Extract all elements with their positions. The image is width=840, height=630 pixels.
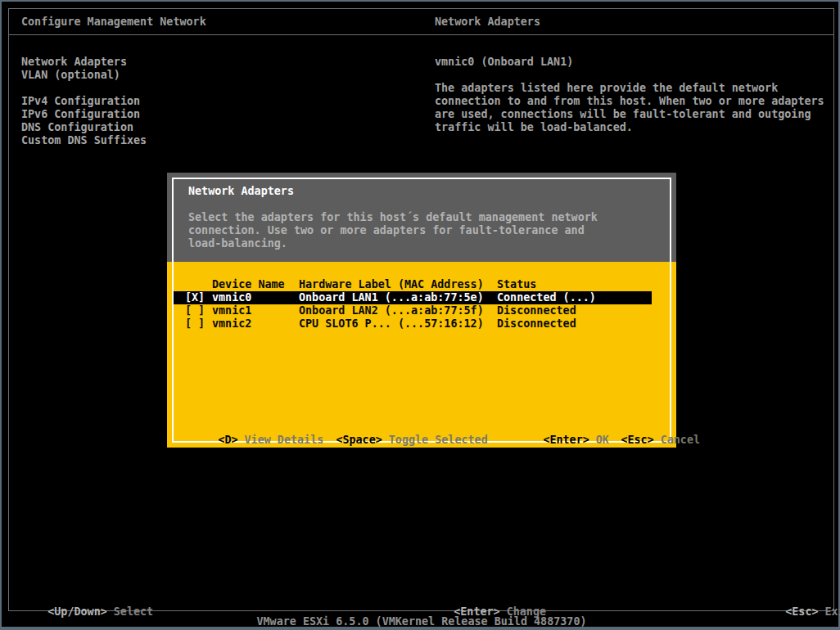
version-text: VMware ESXi 6.5.0 (VMKernel Release Buil… xyxy=(2,615,840,628)
esxi-dcui: { "header": { "left_title": "Configure M… xyxy=(0,0,840,630)
info-description-line: connection to and from this host. When t… xyxy=(435,95,824,108)
checkbox-vmnic2[interactable]: [ ] xyxy=(185,317,205,331)
table-row-vmnic0[interactable]: [X] vmnic0 Onboard LAN1 (...a:ab:77:5e) … xyxy=(174,291,652,304)
dialog-description-line: load-balancing. xyxy=(188,237,287,250)
column-header-device-name: Device Name xyxy=(212,278,285,291)
checkbox-vmnic1[interactable]: [ ] xyxy=(185,304,205,317)
column-header-status: Status xyxy=(497,278,536,291)
status-cell: Disconnected xyxy=(497,304,576,317)
key-d: <D> xyxy=(218,434,237,446)
menu-item-vlan[interactable]: VLAN (optional) xyxy=(21,69,120,82)
device-name-cell: vmnic0 xyxy=(212,291,251,304)
device-name-cell: vmnic1 xyxy=(212,304,251,317)
menu-item-dns-configuration[interactable]: DNS Configuration xyxy=(21,121,133,134)
menu-item-network-adapters[interactable]: Network Adapters xyxy=(21,56,127,69)
hint-cancel: <Esc>Cancel xyxy=(581,421,700,460)
info-description-line: The adapters listed here provide the def… xyxy=(435,82,778,95)
network-adapters-dialog: Network Adapters Select the adapters for… xyxy=(167,173,676,448)
key-space: <Space> xyxy=(336,434,382,446)
table-row-vmnic1[interactable]: [ ] vmnic1 Onboard LAN2 (...a:ab:77:5f) … xyxy=(174,304,652,317)
dialog-title: Network Adapters xyxy=(188,185,294,198)
table-row-vmnic2[interactable]: [ ] vmnic2 CPU SLOT6 P... (...57:16:12) … xyxy=(174,317,652,331)
info-adapter-title: vmnic0 (Onboard LAN1) xyxy=(435,56,573,69)
status-cell: Connected (...) xyxy=(497,291,596,304)
hardware-label-cell: Onboard LAN1 (...a:ab:77:5e) xyxy=(299,291,484,304)
checkbox-vmnic0[interactable]: [X] xyxy=(185,291,205,304)
hint-label: Cancel xyxy=(661,434,700,446)
status-cell: Disconnected xyxy=(497,317,576,331)
section-title: Network Adapters xyxy=(435,16,540,29)
hint-toggle-selected: <Space>Toggle Selected xyxy=(296,421,488,460)
key-esc: <Esc> xyxy=(621,434,653,446)
dialog-description-line: Select the adapters for this host´s defa… xyxy=(188,211,598,224)
page-title: Configure Management Network xyxy=(21,16,206,29)
menu-item-custom-dns-suffixes[interactable]: Custom DNS Suffixes xyxy=(21,134,147,147)
info-description-line: are used, connections will be fault-tole… xyxy=(435,108,811,121)
dialog-description-line: connection. Use two or more adapters for… xyxy=(188,224,585,237)
hardware-label-cell: CPU SLOT6 P... (...57:16:12) xyxy=(299,317,484,331)
hardware-label-cell: Onboard LAN2 (...a:ab:77:5f) xyxy=(299,304,484,317)
column-header-hardware-label: Hardware Label (MAC Address) xyxy=(299,278,484,291)
info-description-line: traffic will be load-balanced. xyxy=(435,121,633,134)
table-header: Device Name Hardware Label (MAC Address)… xyxy=(174,278,652,291)
console-screen: Configure Management Network Network Ada… xyxy=(2,2,838,627)
hint-label: Toggle Selected xyxy=(389,434,488,446)
menu-item-ipv6-configuration[interactable]: IPv6 Configuration xyxy=(21,108,140,121)
menu-item-ipv4-configuration[interactable]: IPv4 Configuration xyxy=(21,95,140,108)
header-divider xyxy=(9,34,833,35)
device-name-cell: vmnic2 xyxy=(212,317,251,331)
